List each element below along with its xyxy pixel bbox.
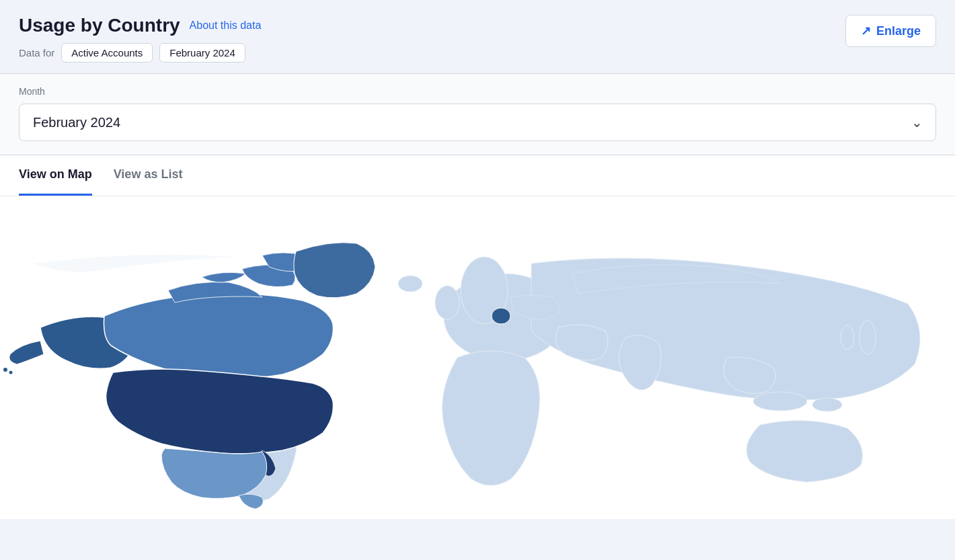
tab-view-on-map[interactable]: View on Map [19, 155, 92, 196]
period-pill[interactable]: February 2024 [159, 43, 245, 63]
header-section: Usage by Country About this data Data fo… [0, 0, 955, 73]
data-for-label: Data for [19, 47, 54, 58]
data-for-row: Data for Active Accounts February 2024 [19, 43, 261, 63]
svg-point-10 [9, 371, 13, 374]
tab-map-label: View on Map [19, 167, 92, 181]
map-section [0, 196, 955, 519]
svg-point-5 [860, 321, 876, 354]
enlarge-icon: ↗ [861, 24, 871, 38]
enlarge-label: Enlarge [876, 24, 921, 38]
tabs-container: View on Map View as List [19, 155, 936, 196]
filter-section: Month February 2024 January 2024 Decembe… [0, 74, 955, 155]
tab-list-label: View as List [114, 167, 183, 181]
metric-pill[interactable]: Active Accounts [61, 43, 153, 63]
page-title: Usage by Country [19, 15, 180, 36]
filter-label: Month [19, 86, 936, 97]
title-row: Usage by Country About this data [19, 15, 261, 36]
svg-point-9 [3, 368, 7, 372]
tab-view-as-list[interactable]: View as List [114, 155, 183, 196]
month-select-wrapper: February 2024 January 2024 December 2023… [19, 104, 936, 141]
month-select[interactable]: February 2024 January 2024 December 2023… [19, 104, 936, 141]
svg-point-4 [398, 276, 422, 292]
world-map [0, 196, 955, 519]
svg-point-3 [435, 286, 459, 319]
svg-point-8 [812, 398, 842, 411]
svg-point-11 [492, 308, 510, 324]
enlarge-button[interactable]: ↗ Enlarge [845, 15, 936, 47]
tabs-section: View on Map View as List [0, 155, 955, 196]
about-data-link[interactable]: About this data [190, 19, 262, 32]
svg-point-7 [753, 392, 807, 411]
header-left: Usage by Country About this data Data fo… [19, 15, 261, 63]
page-container: Usage by Country About this data Data fo… [0, 0, 955, 560]
svg-point-6 [841, 325, 854, 350]
